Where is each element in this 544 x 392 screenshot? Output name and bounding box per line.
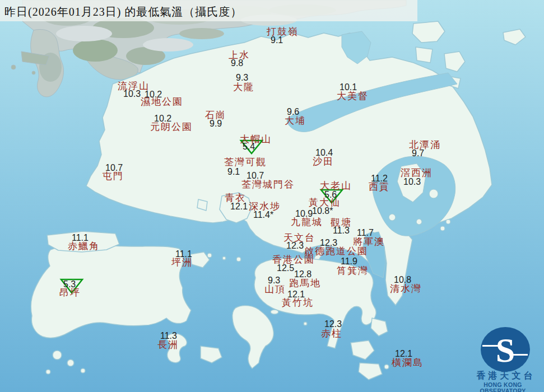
station-value: 9.6 (287, 108, 299, 116)
station-name: 橫瀾島 (392, 358, 424, 367)
station-value: 11.3 (160, 332, 177, 340)
station-layer: 打鼓嶺9.1上水9.8大隴9.3流浮山10.3濕地公園10.2元朗公園10.2石… (0, 0, 544, 392)
station-value: 10.8* (312, 207, 333, 216)
station-value: 12.8 (294, 270, 311, 279)
station-value: 12.5 (277, 264, 294, 273)
station-value: 9.7 (412, 149, 424, 158)
station-value: 10.2 (154, 114, 171, 123)
station-name: 赤鱲角 (68, 241, 100, 251)
station-name: 西貢 (369, 182, 390, 192)
station-value: 5.3 (63, 280, 76, 289)
station-value: 10.3 (123, 90, 141, 99)
station-name: 黃竹坑 (282, 298, 314, 307)
station-name: 大美督 (337, 91, 369, 101)
station-value: 12.3 (320, 239, 337, 248)
station-value: 11.3 (333, 226, 350, 235)
station-value: 11.1 (72, 234, 89, 242)
station-value: 10.3 (403, 178, 421, 186)
station-value: 10.8 (394, 276, 411, 284)
station-value: 9.9 (210, 119, 222, 128)
station-name: 坪洲 (171, 258, 193, 267)
station-name: 山頂 (264, 284, 286, 294)
station-name: 荃灣可觀 (224, 157, 267, 167)
station-name: 赤柱 (321, 329, 342, 338)
station-name: 筲箕灣 (337, 266, 369, 276)
station-value: 10.7 (247, 171, 264, 180)
station-value: 12.1 (230, 202, 248, 211)
station-value: 11.1 (175, 250, 192, 259)
hko-logo-english-name: HONG KONG OBSERVATORY (462, 382, 544, 392)
station-value: 10.4 (315, 148, 333, 157)
station-name: 大老山 (320, 181, 352, 190)
station-name: 大埔 (285, 116, 306, 125)
station-value: 9.1 (271, 36, 283, 45)
station-name: 元朗公園 (150, 122, 193, 132)
station-value: 10.7 (105, 164, 123, 172)
station-value: 5.4 (243, 142, 255, 151)
station-value: 12.1 (395, 349, 412, 358)
station-value: 9.3 (268, 276, 280, 285)
station-value: 12.3 (286, 241, 304, 250)
station-value: 10.9 (295, 209, 313, 218)
station-name: 大隴 (233, 82, 254, 92)
station-value: 9.8 (231, 59, 243, 68)
hko-min-temperature-map: S 昨日(2026年01月23日) 的最低氣溫（攝氏度） 打鼓嶺9.1上水9.8… (0, 0, 544, 392)
station-value: 11.9 (341, 257, 357, 266)
station-name: 荃灣城門谷 (241, 180, 295, 189)
station-value: 9.3 (236, 73, 248, 82)
station-value: 9.1 (227, 167, 240, 176)
station-name: 屯門 (103, 171, 124, 181)
station-value: 10.1 (340, 83, 357, 92)
station-value: 11.7 (357, 228, 374, 237)
station-name: 九龍城 (291, 217, 323, 227)
station-value: 12.1 (287, 290, 305, 299)
station-name: 跑馬地 (289, 278, 321, 288)
station-name: 長洲 (157, 340, 179, 349)
station-name: 滘西洲 (401, 168, 433, 178)
station-name: 清水灣 (390, 284, 422, 293)
station-value: 11.2 (371, 174, 388, 183)
station-value: 11.4* (253, 211, 273, 220)
map-title: 昨日(2026年01月23日) 的最低氣溫（攝氏度） (4, 4, 242, 20)
hko-logo-chinese-name: 香港天文台 (471, 371, 541, 380)
station-value: 10.2 (145, 90, 162, 99)
station-name: 將軍澳 (353, 237, 385, 246)
station-value: 12.3 (324, 320, 342, 329)
station-name: 沙田 (313, 157, 334, 166)
station-name: 昂坪 (59, 288, 81, 297)
